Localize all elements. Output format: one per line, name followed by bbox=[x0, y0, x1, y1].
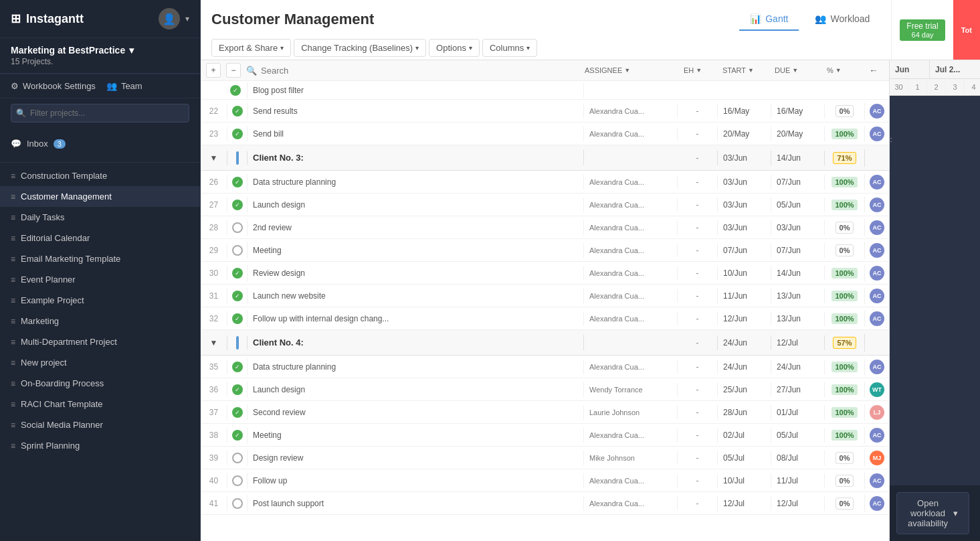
list-icon: ≡ bbox=[11, 192, 15, 202]
workbook-settings-btn[interactable]: ⚙ Workbook Settings bbox=[11, 81, 96, 91]
row-eh: - bbox=[678, 496, 718, 511]
list-icon: ≡ bbox=[11, 420, 15, 430]
row-check[interactable]: ✓ bbox=[227, 174, 248, 190]
sidebar-item-construction-template[interactable]: ≡Construction Template bbox=[0, 165, 200, 186]
gantt-day-30: 30 bbox=[890, 79, 908, 95]
sidebar-item-inbox[interactable]: 💬 Inbox 3 bbox=[0, 133, 200, 154]
team-btn[interactable]: 👥 Team bbox=[106, 81, 142, 91]
table-row[interactable]: 40 Follow up Alexandra Cua... - 10/Jul 1… bbox=[201, 469, 889, 492]
list-icon: ≡ bbox=[11, 379, 15, 388]
sidebar-item-marketing[interactable]: ≡Marketing bbox=[0, 311, 200, 331]
gantt-day-3: 3 bbox=[946, 79, 965, 95]
row-eh: - bbox=[678, 127, 718, 141]
col-eh-header[interactable]: EH ▼ bbox=[678, 66, 712, 74]
sidebar-item-social-media-planner[interactable]: ≡Social Media Planner bbox=[0, 414, 200, 435]
add-row-btn[interactable]: + bbox=[206, 63, 221, 78]
table-search-input[interactable] bbox=[261, 66, 395, 76]
row-check[interactable]: ✓ bbox=[227, 404, 248, 420]
change-tracking-btn[interactable]: Change Tracking (Baselines) ▾ bbox=[294, 39, 426, 57]
row-assignee: Alexandra Cua... bbox=[584, 497, 678, 510]
open-workload-btn[interactable]: Open workload availability ▾ bbox=[896, 492, 969, 534]
project-list: ≡Construction Template≡Customer Manageme… bbox=[0, 165, 200, 541]
row-check[interactable]: ✓ bbox=[227, 311, 248, 327]
col-start-header[interactable]: START ▼ bbox=[717, 66, 764, 74]
table-row[interactable]: 41 Post launch support Alexandra Cua... … bbox=[201, 492, 889, 515]
row-check[interactable]: ✓ bbox=[227, 265, 248, 281]
row-check[interactable]: ✓ bbox=[227, 197, 248, 213]
columns-btn[interactable]: Columns ▾ bbox=[482, 39, 537, 57]
table-row[interactable]: 22 ✓ Send results Alexandra Cua... - 16/… bbox=[201, 100, 889, 123]
row-check[interactable]: ✓ bbox=[227, 382, 248, 398]
tab-workload[interactable]: 👥 Workload bbox=[804, 8, 880, 31]
row-check[interactable] bbox=[227, 473, 248, 489]
table-row[interactable]: 37 ✓ Second review Laurie Johnson - 28/J… bbox=[201, 401, 889, 424]
group-collapse[interactable]: ▼ bbox=[201, 151, 227, 165]
table-row[interactable]: 28 2nd review Alexandra Cua... - 03/Jun … bbox=[201, 216, 889, 239]
row-check[interactable]: ✓ bbox=[227, 288, 248, 304]
row-assignee: Alexandra Cua... bbox=[584, 104, 678, 118]
row-start: 11/Jun bbox=[718, 289, 771, 303]
sidebar-item-sprint-planning[interactable]: ≡Sprint Planning bbox=[0, 435, 200, 456]
tab-gantt[interactable]: 📊 Gantt bbox=[739, 8, 799, 31]
table-row[interactable]: 27 ✓ Launch design Alexandra Cua... - 03… bbox=[201, 194, 889, 216]
sidebar-item-on-boarding-process[interactable]: ≡On-Boarding Process bbox=[0, 373, 200, 394]
workload-caret-icon: ▾ bbox=[953, 508, 958, 518]
group-header-client3[interactable]: ▼ Client No. 3: - 03/Jun 14/Jun 71% bbox=[201, 145, 889, 171]
table-row[interactable]: 38 ✓ Meeting Alexandra Cua... - 02/Jul 0… bbox=[201, 424, 889, 447]
row-name: Design review bbox=[248, 451, 584, 465]
table-row[interactable]: 29 Meeting Alexandra Cua... - 07/Jun 07/… bbox=[201, 239, 889, 262]
row-due: 07/Jun bbox=[771, 243, 825, 258]
row-num: 29 bbox=[201, 243, 227, 258]
row-check[interactable] bbox=[227, 495, 248, 512]
sidebar-menu-caret[interactable]: ▾ bbox=[185, 14, 189, 23]
row-check[interactable]: ✓ bbox=[227, 103, 248, 119]
table-row[interactable]: 30 ✓ Review design Alexandra Cua... - 10… bbox=[201, 262, 889, 285]
row-name: Meeting bbox=[248, 243, 584, 258]
options-btn[interactable]: Options ▾ bbox=[429, 39, 480, 57]
row-avatar: AC bbox=[865, 309, 889, 329]
group-header-client4[interactable]: ▼ Client No. 4: - 24/Jun 12/Jul 57% bbox=[201, 330, 889, 356]
row-name: Data structure planning bbox=[248, 175, 584, 189]
table-row[interactable]: 26 ✓ Data structure planning Alexandra C… bbox=[201, 171, 889, 194]
table-row[interactable]: 39 Design review Mike Johnson - 05/Jul 0… bbox=[201, 447, 889, 469]
remove-row-btn[interactable]: − bbox=[226, 63, 241, 78]
table-row[interactable]: 32 ✓ Follow up with internal design chan… bbox=[201, 307, 889, 330]
row-check[interactable]: ✓ bbox=[227, 126, 248, 142]
row-percent: 100% bbox=[825, 197, 865, 213]
col-assignee-header[interactable]: ASSIGNEE ▼ bbox=[579, 66, 673, 74]
user-avatar[interactable]: 👤 bbox=[159, 8, 180, 29]
sidebar-item-customer-management[interactable]: ≡Customer Management bbox=[0, 186, 200, 207]
row-start: 10/Jul bbox=[718, 473, 771, 488]
row-check[interactable] bbox=[227, 450, 248, 466]
row-check[interactable] bbox=[227, 242, 248, 258]
table-row[interactable]: 35 ✓ Data structure planning Alexandra C… bbox=[201, 356, 889, 378]
sidebar-item-multi-department-project[interactable]: ≡Multi-Department Project bbox=[0, 331, 200, 352]
row-eh: - bbox=[678, 360, 718, 374]
row-start: 24/Jun bbox=[718, 360, 771, 374]
workspace-name[interactable]: Marketing at BestPractice ▾ bbox=[11, 45, 189, 56]
nav-back-btn[interactable]: ← bbox=[864, 65, 884, 76]
sidebar: ⊞ Instagantt 👤 ▾ Marketing at BestPracti… bbox=[0, 0, 201, 541]
row-eh: - bbox=[678, 473, 718, 488]
sidebar-item-daily-tasks[interactable]: ≡Daily Tasks bbox=[0, 207, 200, 228]
table-row[interactable]: 31 ✓ Launch new website Alexandra Cua...… bbox=[201, 285, 889, 307]
row-check[interactable]: ✓ bbox=[227, 359, 248, 375]
row-avatar: AC bbox=[865, 218, 889, 238]
row-check[interactable]: ✓ bbox=[227, 427, 248, 443]
sidebar-item-new-project[interactable]: ≡New project bbox=[0, 352, 200, 373]
sidebar-item-example-project[interactable]: ≡Example Project bbox=[0, 290, 200, 311]
col-due-header[interactable]: DUE ▼ bbox=[769, 66, 816, 74]
filter-input[interactable] bbox=[11, 104, 189, 123]
row-check[interactable] bbox=[227, 220, 248, 236]
table-row[interactable]: 36 ✓ Launch design Wendy Torrance - 25/J… bbox=[201, 378, 889, 401]
sidebar-item-email-marketing-template[interactable]: ≡Email Marketing Template bbox=[0, 248, 200, 269]
sidebar-item-raci-chart-template[interactable]: ≡RACI Chart Template bbox=[0, 394, 200, 414]
row-name: Send bill bbox=[248, 127, 584, 141]
sidebar-item-editorial-calendar[interactable]: ≡Editorial Calendar bbox=[0, 228, 200, 248]
table-row[interactable]: 23 ✓ Send bill Alexandra Cua... - 20/May… bbox=[201, 123, 889, 145]
export-share-btn[interactable]: Export & Share ▾ bbox=[211, 39, 291, 57]
group-collapse[interactable]: ▼ bbox=[201, 335, 227, 350]
sidebar-item-event-planner[interactable]: ≡Event Planner bbox=[0, 269, 200, 290]
row-avatar: MJ bbox=[865, 448, 889, 468]
col-percent-header[interactable]: % ▼ bbox=[821, 66, 858, 74]
